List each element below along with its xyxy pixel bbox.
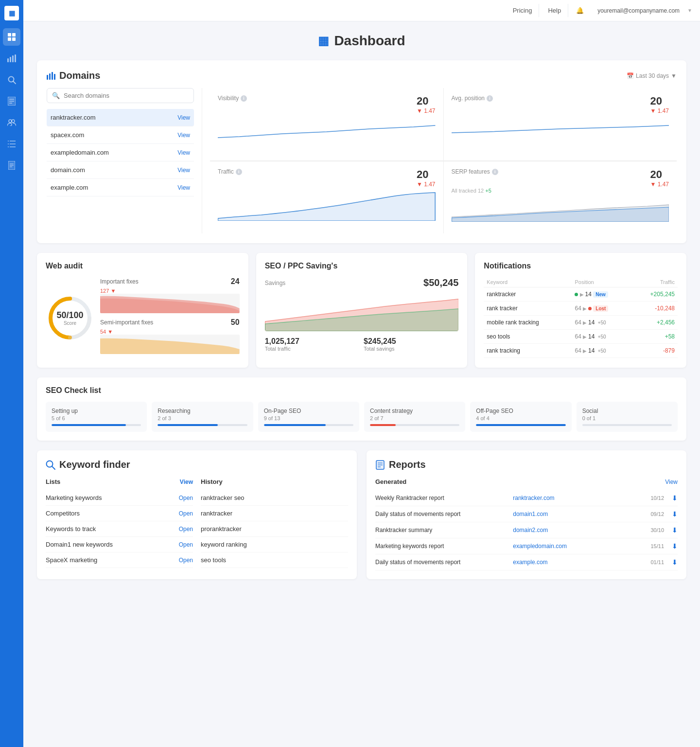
checklist-on-page-seo[interactable]: On-Page SEO 9 of 13: [258, 402, 359, 432]
kf-open-link[interactable]: Open: [179, 495, 193, 501]
sidebar: ▦: [0, 0, 23, 747]
history-item[interactable]: ranktracker seo: [201, 490, 348, 506]
download-icon[interactable]: ⬇: [672, 494, 678, 502]
kf-open-link[interactable]: Open: [179, 541, 193, 548]
report-item: Weekly Ranktracker report ranktracker.co…: [375, 490, 678, 506]
nav-email[interactable]: youremail@companyname.com: [592, 4, 685, 17]
report-domain-link[interactable]: domain1.com: [513, 511, 647, 517]
keyword-finder-title: Keyword finder: [46, 459, 130, 470]
info-icon[interactable]: i: [492, 169, 498, 175]
domain-list-item[interactable]: spacex.com View: [47, 126, 194, 144]
domain-view-link[interactable]: View: [177, 149, 190, 156]
status-dot: [575, 293, 578, 296]
reports-section: Reports Generated View Weekly Ranktracke…: [367, 450, 686, 579]
nav-help[interactable]: Help: [541, 4, 568, 17]
report-domain-link[interactable]: example.com: [513, 559, 647, 566]
seo-savings-section: SEO / PPC Saving's Savings $50,245 1,0: [256, 253, 468, 368]
domain-list-item[interactable]: domain.com View: [47, 161, 194, 179]
savings-chart: [265, 292, 459, 331]
status-dot: [588, 307, 592, 310]
history-item[interactable]: ranktracker: [201, 506, 348, 521]
download-icon[interactable]: ⬇: [672, 510, 678, 518]
nav-bell[interactable]: 🔔: [570, 4, 590, 17]
svg-rect-2: [8, 37, 11, 41]
notif-row: ranktracker ▶ 14 New +205,245: [484, 287, 678, 302]
sidebar-item-doc[interactable]: [3, 157, 20, 174]
seo-savings-title: SEO / PPC Saving's: [265, 262, 459, 270]
nav-dropdown-arrow[interactable]: ▼: [687, 8, 692, 13]
domain-list-item[interactable]: exampledomain.com View: [47, 144, 194, 161]
domains-title: Domains: [47, 70, 100, 81]
sidebar-item-analytics[interactable]: [3, 50, 20, 67]
sidebar-item-reports[interactable]: [3, 92, 20, 110]
download-icon[interactable]: ⬇: [672, 526, 678, 534]
svg-line-9: [13, 81, 16, 84]
download-icon[interactable]: ⬇: [672, 558, 678, 566]
svg-point-21: [8, 146, 9, 147]
domain-view-link[interactable]: View: [177, 167, 190, 174]
kf-lists-view[interactable]: View: [180, 479, 193, 485]
kf-list-item: Marketing keywords Open: [46, 490, 193, 506]
checklist-content-strategy[interactable]: Content strategy 2 of 7: [364, 402, 465, 432]
keyword-finder-icon: [46, 460, 55, 470]
download-icon[interactable]: ⬇: [672, 542, 678, 550]
report-item: Daily status of movements report example…: [375, 554, 678, 570]
notifications-title: Notifications: [484, 262, 678, 270]
reports-view-link[interactable]: View: [665, 479, 678, 485]
svg-rect-3: [12, 37, 16, 41]
domain-list-item[interactable]: ranktracker.com View: [47, 109, 194, 126]
gauge: 50/100 Score: [46, 294, 94, 342]
kf-history: History ranktracker seo ranktracker pror…: [201, 478, 348, 568]
svg-point-14: [9, 120, 12, 123]
sidebar-item-team[interactable]: [3, 114, 20, 131]
checklist-social[interactable]: Social 0 of 1: [577, 402, 678, 432]
metric-visibility: Visibility i 20 ▼ 1.47: [210, 88, 443, 160]
svg-point-15: [12, 120, 15, 123]
notif-row: rank tracker 64 ▶ Lost -10,248: [484, 302, 678, 316]
checklist-off-page-seo[interactable]: Off-Page SEO 4 of 4: [470, 402, 571, 432]
sidebar-item-search[interactable]: [3, 71, 20, 89]
kf-open-link[interactable]: Open: [179, 510, 193, 517]
date-filter[interactable]: 📅 Last 30 days ▼: [627, 72, 677, 79]
sidebar-item-list[interactable]: [3, 135, 20, 153]
total-savings-stat: $245,245 Total savings: [364, 337, 458, 352]
info-icon[interactable]: i: [236, 169, 242, 175]
visibility-chart: [218, 118, 436, 147]
search-input[interactable]: [64, 92, 189, 99]
info-icon[interactable]: i: [487, 95, 493, 102]
report-domain-link[interactable]: domain2.com: [513, 527, 647, 534]
svg-rect-28: [52, 72, 53, 80]
progress-bar: [476, 424, 565, 426]
report-domain-link[interactable]: exampledomain.com: [513, 543, 647, 550]
kf-open-link[interactable]: Open: [179, 557, 193, 564]
sidebar-item-dashboard[interactable]: [3, 28, 20, 46]
traffic-chart: [218, 192, 436, 221]
history-item[interactable]: proranktracker: [201, 521, 348, 537]
domain-view-link[interactable]: View: [177, 132, 190, 139]
svg-rect-5: [10, 57, 11, 62]
checklist-researching[interactable]: Researching 2 of 3: [152, 402, 253, 432]
svg-rect-7: [15, 54, 16, 62]
domain-view-link[interactable]: View: [177, 114, 190, 121]
history-item[interactable]: keyword ranking: [201, 537, 348, 552]
checklist-setting-up[interactable]: Setting up 5 of 6: [46, 402, 147, 432]
domain-view-link[interactable]: View: [177, 184, 190, 191]
logo[interactable]: ▦: [4, 6, 19, 20]
keyword-finder-section: Keyword finder Lists View Marketing keyw…: [37, 450, 357, 579]
history-item[interactable]: seo tools: [201, 552, 348, 568]
total-traffic-stat: 1,025,127 Total traffic: [265, 337, 360, 352]
kf-open-link[interactable]: Open: [179, 526, 193, 533]
seo-checklist-section: SEO Check list Setting up 5 of 6 Researc…: [37, 377, 686, 441]
checklist-items: Setting up 5 of 6 Researching 2 of 3: [46, 402, 678, 432]
nav-pricing[interactable]: Pricing: [506, 4, 540, 17]
web-audit-section: Web audit 50/100 Score: [37, 253, 248, 368]
info-icon[interactable]: i: [241, 95, 247, 102]
notif-row: mobile rank tracking 64 ▶ 14 +50 +2,456: [484, 316, 678, 330]
badge-new: New: [593, 291, 608, 298]
metric-avg-position: Avg. position i 20 ▼ 1.47: [444, 88, 677, 160]
report-domain-link[interactable]: ranktracker.com: [513, 495, 647, 501]
domain-search[interactable]: 🔍: [47, 88, 194, 103]
page-title: ▦ Dashboard: [37, 33, 686, 49]
kf-lists: Lists View Marketing keywords Open Compe…: [46, 478, 193, 568]
domain-list-item[interactable]: example.com View: [47, 179, 194, 196]
